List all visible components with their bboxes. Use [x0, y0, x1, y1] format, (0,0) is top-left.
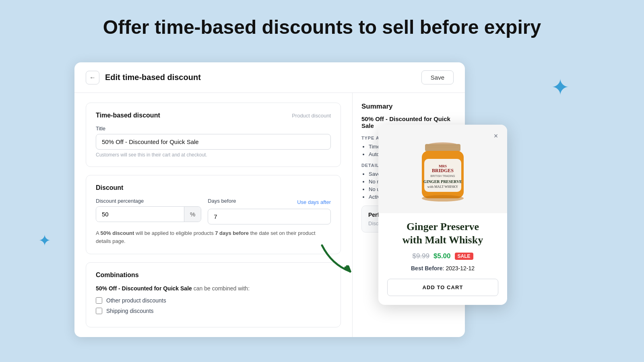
- best-before: Best Before: 2023-12-12: [387, 265, 498, 272]
- percentage-input-wrapper: %: [96, 206, 201, 222]
- svg-text:with MALT WHISKY: with MALT WHISKY: [427, 185, 458, 189]
- edit-title: Edit time-based discount: [105, 73, 201, 82]
- product-image-area: MRS BRIDGES BRITISH TRADING GINGER PRESE…: [378, 125, 507, 213]
- popup-close-button[interactable]: ×: [490, 130, 502, 142]
- percentage-label: Discount percentage: [96, 198, 201, 204]
- days-header: Days before Use days after: [208, 198, 331, 206]
- arrow-decoration: [318, 241, 370, 278]
- save-button[interactable]: Save: [421, 70, 454, 84]
- percentage-suffix: %: [184, 207, 201, 222]
- page-title: Offer time-based discounts to sell befor…: [0, 0, 644, 50]
- summary-title: Summary: [361, 103, 456, 111]
- card-header: ← Edit time-based discount Save: [74, 62, 465, 93]
- other-product-discounts-label: Other product discounts: [106, 297, 166, 304]
- price-row: $9.99 $5.00 SALE: [387, 252, 498, 260]
- back-button[interactable]: ←: [86, 71, 99, 84]
- other-product-discounts-checkbox[interactable]: [96, 297, 102, 304]
- svg-point-9: [422, 195, 464, 202]
- percentage-input[interactable]: [96, 207, 184, 222]
- discount-section-title: Discount: [96, 184, 331, 191]
- sale-price: $5.00: [433, 252, 451, 260]
- title-field-label: Title: [96, 125, 331, 132]
- product-info: Ginger Preserve with Malt Whisky $9.99 $…: [378, 213, 507, 305]
- time-based-discount-section: Time-based discount Product discount Tit…: [86, 103, 341, 167]
- star-decoration-small: ✦: [38, 232, 51, 249]
- shipping-discounts-label: Shipping discounts: [106, 308, 154, 314]
- days-input[interactable]: [208, 209, 331, 224]
- svg-text:BRITISH TRADING: BRITISH TRADING: [431, 175, 455, 177]
- product-popup: × MRS BRIDGES BRITISH TRADING GINGER PRE…: [378, 125, 507, 305]
- discount-row: Discount percentage % Days before Use da…: [96, 198, 331, 224]
- shipping-discounts-row[interactable]: Shipping discounts: [96, 308, 331, 314]
- title-hint: Customers will see this in their cart an…: [96, 152, 331, 158]
- product-jar-image: MRS BRIDGES BRITISH TRADING GINGER PRESE…: [415, 137, 471, 205]
- discount-note: A 50% discount will be applied to eligib…: [96, 229, 331, 245]
- shipping-discounts-checkbox[interactable]: [96, 308, 102, 314]
- use-days-after-link[interactable]: Use days after: [297, 199, 331, 205]
- combinations-title: Combinations: [96, 272, 331, 279]
- section-title-tbd: Time-based discount Product discount: [96, 112, 331, 119]
- card-header-left: ← Edit time-based discount: [86, 71, 201, 84]
- sale-badge: SALE: [455, 253, 473, 260]
- days-label: Days before: [208, 198, 236, 204]
- left-panel: Time-based discount Product discount Tit…: [74, 93, 352, 337]
- product-name: Ginger Preserve with Malt Whisky: [387, 220, 498, 247]
- discount-section: Discount Discount percentage % Days befo…: [86, 175, 341, 254]
- discount-title-input[interactable]: [96, 134, 331, 150]
- svg-text:GINGER PRESERVE: GINGER PRESERVE: [423, 179, 462, 184]
- svg-text:BRIDGES: BRIDGES: [432, 168, 454, 173]
- combo-text: 50% Off - Discounted for Quick Sale can …: [96, 285, 331, 292]
- star-decoration-large: ✦: [551, 74, 570, 100]
- percentage-field: Discount percentage %: [96, 198, 201, 222]
- original-price: $9.99: [412, 252, 429, 260]
- section-subtitle-tbd: Product discount: [292, 113, 331, 119]
- other-product-discounts-row[interactable]: Other product discounts: [96, 297, 331, 304]
- svg-rect-1: [425, 144, 460, 151]
- add-to-cart-button[interactable]: ADD TO CART: [387, 279, 498, 296]
- combinations-section: Combinations 50% Off - Discounted for Qu…: [86, 262, 341, 327]
- days-field: Days before Use days after: [208, 198, 331, 224]
